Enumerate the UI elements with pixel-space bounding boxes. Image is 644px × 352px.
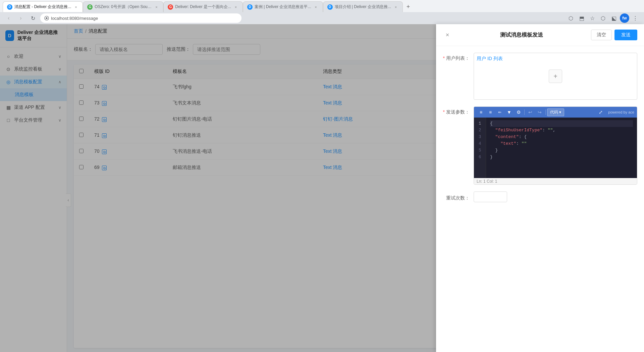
outdent-button[interactable]: ⇐ bbox=[495, 108, 504, 116]
user-avatar[interactable]: fw bbox=[620, 13, 629, 23]
editor-position: Ln: 1 Col: 1 bbox=[477, 179, 497, 184]
retry-field bbox=[474, 191, 637, 202]
editor-separator-2 bbox=[545, 109, 546, 115]
retry-label: 重试次数： bbox=[443, 192, 470, 201]
tab-close-2[interactable]: × bbox=[154, 4, 159, 10]
tab-5[interactable]: D 项目介绍 | Deliver 企业消息推... × bbox=[323, 1, 403, 12]
browser-toolbar: ‹ › ↻ localhost:8080/message ⬡ ⬒ ☆ ⬡ ⬕ f… bbox=[0, 12, 644, 24]
tab-title-4: 案例 | Deliver 企业消息推送平... bbox=[255, 4, 311, 10]
tab-title-3: Deliver: Deliver 是一个面向企... bbox=[175, 4, 231, 10]
modal-panel: × 测试消息模板发送 清空 发送 用户列表： 用户 ID 列表 + bbox=[436, 24, 644, 352]
star-icon[interactable]: ☆ bbox=[588, 13, 597, 23]
modal-header-actions: 清空 发送 bbox=[591, 30, 637, 40]
line-num-5: 5 bbox=[474, 147, 486, 154]
tab-2[interactable]: G OSZero: 0号开源（Open Sour... × bbox=[83, 1, 163, 12]
address-text: localhost:8080/message bbox=[51, 16, 98, 21]
menu-icon[interactable]: ⋮ bbox=[631, 13, 640, 23]
tab-close-1[interactable]: × bbox=[73, 4, 78, 10]
modal-close-button[interactable]: × bbox=[443, 30, 452, 40]
editor-status-bar: Ln: 1 Col: 1 bbox=[474, 178, 637, 184]
line-num-4: 4 bbox=[474, 140, 486, 147]
modal-body: 用户列表： 用户 ID 列表 + 发送参数： bbox=[436, 46, 644, 352]
user-list-row: 用户列表： 用户 ID 列表 + bbox=[443, 53, 637, 100]
tab-favicon-2: G bbox=[87, 4, 93, 10]
tab-close-4[interactable]: × bbox=[313, 4, 319, 10]
code-line-5: } bbox=[490, 147, 633, 154]
extension-icon[interactable]: ⬡ bbox=[598, 13, 608, 23]
clear-button[interactable]: 清空 bbox=[591, 30, 612, 40]
code-line-1: { bbox=[490, 120, 633, 127]
tab-title-1: 消息配置 - Deliver 企业消息推... bbox=[14, 4, 71, 10]
powered-by-label: powered by ace bbox=[608, 110, 634, 114]
send-button[interactable]: 发送 bbox=[614, 30, 637, 40]
translate-icon[interactable]: ⬡ bbox=[566, 13, 576, 23]
tab-title-2: OSZero: 0号开源（Open Sour... bbox=[95, 4, 152, 10]
code-line-6: } bbox=[490, 154, 633, 161]
user-list-field: 用户 ID 列表 + bbox=[474, 53, 637, 100]
settings-button[interactable]: ⚙ bbox=[514, 108, 523, 116]
tab-title-5: 项目介绍 | Deliver 企业消息推... bbox=[335, 4, 391, 10]
browser-chrome: D 消息配置 - Deliver 企业消息推... × G OSZero: 0号… bbox=[0, 0, 644, 24]
indent-button[interactable]: ≡ bbox=[486, 108, 495, 116]
send-params-field: ≡ ≡ ⇐ ▼ ⚙ ↩ ↪ 代码 ▾ bbox=[474, 106, 637, 185]
svg-point-1 bbox=[46, 17, 48, 19]
modal-title: 测试消息模板发送 bbox=[500, 32, 543, 39]
forward-button[interactable]: › bbox=[16, 13, 25, 23]
modal-header: × 测试消息模板发送 清空 发送 bbox=[436, 24, 644, 46]
tab-3[interactable]: G Deliver: Deliver 是一个面向企... × bbox=[163, 1, 243, 12]
browser-actions: ⬡ ⬒ ☆ ⬡ ⬕ fw ⋮ bbox=[566, 13, 640, 23]
editor-separator-1 bbox=[524, 109, 525, 115]
reload-button[interactable]: ↻ bbox=[28, 13, 38, 23]
filter-button[interactable]: ▼ bbox=[505, 108, 514, 116]
code-editor-wrapper: ≡ ≡ ⇐ ▼ ⚙ ↩ ↪ 代码 ▾ bbox=[474, 106, 637, 185]
tab-favicon-4: D bbox=[247, 4, 253, 10]
user-list-label: 用户列表： bbox=[443, 53, 470, 100]
mode-label: 代码 bbox=[550, 109, 558, 115]
line-numbers: 1 2 3 4 5 6 bbox=[474, 118, 486, 178]
undo-button[interactable]: ↩ bbox=[526, 108, 535, 116]
retry-input[interactable] bbox=[474, 191, 507, 202]
tab-1[interactable]: D 消息配置 - Deliver 企业消息推... × bbox=[3, 1, 83, 12]
user-list-placeholder: 用户 ID 列表 bbox=[477, 56, 634, 62]
lock-icon bbox=[44, 16, 49, 20]
cast-icon[interactable]: ⬒ bbox=[577, 13, 586, 23]
back-button[interactable]: ‹ bbox=[4, 13, 13, 23]
editor-mode-selector[interactable]: 代码 ▾ bbox=[547, 108, 564, 116]
tab-favicon-1: D bbox=[7, 4, 12, 10]
line-num-3: 3 bbox=[474, 134, 486, 140]
code-content: { "feiShuUserIdType": "", "content": { "… bbox=[486, 118, 637, 178]
mode-arrow: ▾ bbox=[559, 110, 561, 115]
send-params-label: 发送参数： bbox=[443, 106, 470, 185]
code-line-2: "feiShuUserIdType": "", bbox=[490, 127, 633, 134]
address-bar[interactable]: localhost:8080/message bbox=[40, 13, 241, 23]
tab-close-5[interactable]: × bbox=[393, 4, 398, 10]
tab-4[interactable]: D 案例 | Deliver 企业消息推送平... × bbox=[243, 1, 323, 12]
window-icon[interactable]: ⬕ bbox=[609, 13, 619, 23]
tab-favicon-5: D bbox=[327, 4, 333, 10]
editor-expand-button[interactable]: ⤢ bbox=[597, 108, 605, 116]
tab-close-3[interactable]: × bbox=[233, 4, 238, 10]
redo-button[interactable]: ↪ bbox=[535, 108, 544, 116]
browser-tabs: D 消息配置 - Deliver 企业消息推... × G OSZero: 0号… bbox=[0, 0, 644, 12]
code-line-3: "content": { bbox=[490, 134, 633, 140]
new-tab-button[interactable]: + bbox=[403, 1, 414, 12]
send-params-row: 发送参数： ≡ ≡ ⇐ ▼ ⚙ ↩ ↪ bbox=[443, 106, 637, 185]
tab-favicon-3: G bbox=[168, 4, 173, 10]
retry-row: 重试次数： bbox=[443, 191, 637, 202]
wrap-lines-button[interactable]: ≡ bbox=[477, 108, 485, 116]
line-num-6: 6 bbox=[474, 154, 486, 161]
user-list-add-button[interactable]: + bbox=[549, 70, 562, 83]
add-icon: + bbox=[553, 73, 557, 80]
user-list-area: 用户 ID 列表 + bbox=[474, 53, 637, 100]
code-line-4: "text": "" bbox=[490, 140, 633, 147]
code-editor-toolbar: ≡ ≡ ⇐ ▼ ⚙ ↩ ↪ 代码 ▾ bbox=[474, 107, 637, 118]
line-num-1: 1 bbox=[474, 120, 486, 127]
code-editor-body: 1 2 3 4 5 6 { "feiShuUserIdType": "", bbox=[474, 118, 637, 178]
line-num-2: 2 bbox=[474, 127, 486, 134]
